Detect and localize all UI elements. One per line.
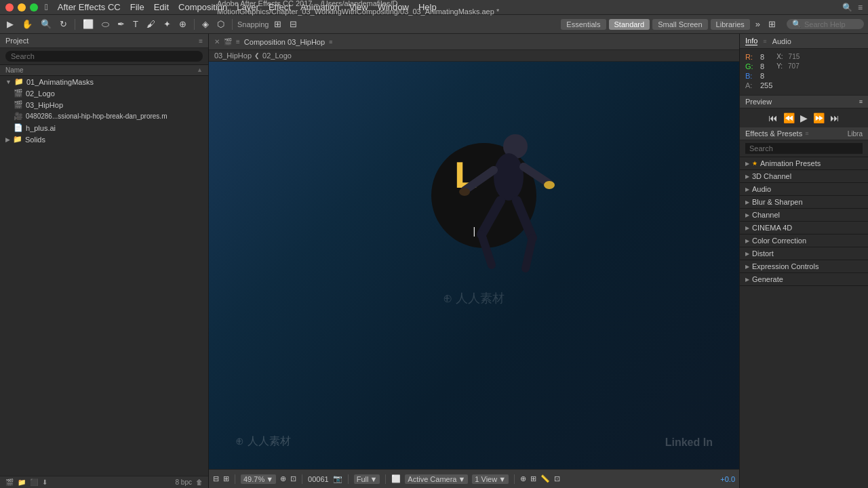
triangle-icon: ▶	[745, 186, 749, 192]
search-help-area: 🔍	[787, 19, 864, 29]
breadcrumb-item2[interactable]: 02_Logo	[262, 52, 292, 60]
tab-audio[interactable]: Audio	[772, 37, 791, 45]
comp-tab-label[interactable]: Composition 03_HipHop	[244, 38, 325, 46]
ws-libraries[interactable]: Libraries	[711, 19, 750, 30]
col-sort[interactable]: ▲	[197, 66, 203, 74]
effect-group-channel[interactable]: ▶ Channel	[740, 209, 868, 221]
new-folder-icon[interactable]: 📁	[18, 479, 26, 486]
effect-group-distort[interactable]: ▶ Distort	[740, 247, 868, 260]
tool-pen[interactable]: ✒	[115, 18, 127, 30]
step-back[interactable]: ⏪	[783, 113, 795, 123]
frame-number: 00061	[308, 475, 329, 483]
close-button[interactable]	[5, 3, 14, 12]
effect-group-animation[interactable]: ▶ ★ Animation Presets	[740, 157, 868, 169]
list-item[interactable]: 🎬 02_Logo	[0, 87, 208, 99]
menu-file[interactable]: File	[130, 2, 144, 12]
list-item[interactable]: ▶ 📁 Solids	[0, 134, 208, 145]
zoom-control[interactable]: 49.7% ▼	[241, 474, 276, 484]
snapping-toggle[interactable]: ⊞	[271, 18, 284, 30]
step-forward[interactable]: ⏩	[813, 113, 825, 123]
effect-group-colorcorrection[interactable]: ▶ Color Correction	[740, 235, 868, 247]
import-icon[interactable]: ⬇	[42, 479, 47, 486]
overlay-icons[interactable]: ⊕	[520, 474, 526, 483]
effects-menu[interactable]: ≡	[805, 130, 808, 137]
tool-shape[interactable]: ⬡	[214, 18, 227, 30]
menu-edit[interactable]: Edit	[154, 2, 169, 12]
effect-group-audio[interactable]: ▶ Audio	[740, 183, 868, 195]
ws-essentials[interactable]: Essentials	[561, 19, 606, 30]
comp-header: ✕ 🎬 ≡ Composition 03_HipHop ≡	[209, 34, 739, 50]
skip-to-start[interactable]: ⏮	[768, 113, 778, 123]
breadcrumb-item1[interactable]: 03_HipHop	[214, 52, 252, 60]
effect-group-blur[interactable]: ▶ Blur & Sharpen	[740, 196, 868, 208]
viewer-reset[interactable]: ⊟	[213, 474, 219, 483]
effect-group: ▶ Audio	[740, 183, 868, 196]
viewer-safe-zones[interactable]: ⊞	[223, 474, 229, 483]
composition-viewer[interactable]: ʟ	[209, 62, 739, 469]
sep4	[385, 474, 386, 484]
menu-aftereffects[interactable]: After Effects CC	[58, 2, 121, 12]
tool-clone[interactable]: ✦	[161, 18, 174, 30]
effects-search-input[interactable]	[745, 143, 863, 154]
project-search-input[interactable]	[5, 51, 203, 62]
new-solid-icon[interactable]: ⬛	[30, 479, 38, 486]
view-options[interactable]: ⊡	[554, 474, 560, 483]
search-icon[interactable]: 🔍	[842, 3, 852, 12]
list-item[interactable]: 🎬 03_HipHop	[0, 99, 208, 110]
list-item[interactable]: 🎥 0480286...ssional-hip-hop-break-dan_pr…	[0, 110, 208, 122]
new-comp-icon[interactable]: 🎬	[5, 479, 14, 486]
tool-rotate[interactable]: ↻	[57, 18, 70, 30]
grid-icon[interactable]: ⊞	[530, 474, 536, 483]
transparency-toggle[interactable]: ⬜	[391, 474, 401, 483]
quality-control[interactable]: Full ▼	[354, 474, 380, 484]
tool-hand[interactable]: ✋	[19, 18, 35, 30]
triangle-icon: ▶	[745, 251, 749, 257]
tool-roto[interactable]: ◈	[199, 18, 212, 30]
preview-menu[interactable]: ≡	[859, 98, 863, 105]
tool-mask-ellipse[interactable]: ⬭	[99, 18, 112, 31]
search-help-input[interactable]	[804, 20, 859, 28]
menu-apple[interactable]: 	[45, 2, 48, 12]
ws-standard[interactable]: Standard	[609, 19, 650, 30]
effect-group-expression[interactable]: ▶ Expression Controls	[740, 260, 868, 272]
tool-puppet[interactable]: ⊕	[176, 18, 189, 30]
library-tab[interactable]: Libra	[848, 130, 863, 138]
tool-text[interactable]: T	[130, 18, 141, 30]
ws-smallscreen[interactable]: Small Screen	[652, 19, 707, 30]
delete-icon[interactable]: 🗑	[196, 479, 203, 486]
snapshot[interactable]: 📷	[333, 474, 342, 483]
star-icon: ★	[752, 160, 757, 167]
list-item[interactable]: 📄 h_plus.ai	[0, 122, 208, 134]
effect-group-cinema4d[interactable]: ▶ CINEMA 4D	[740, 222, 868, 234]
skip-to-end[interactable]: ⏭	[830, 113, 840, 123]
frame-value: 00061	[308, 475, 329, 483]
info-menu[interactable]: ≡	[763, 38, 766, 45]
magnify[interactable]: ⊡	[290, 474, 296, 483]
effect-group-3d[interactable]: ▶ 3D Channel	[740, 170, 868, 182]
ruler-icon[interactable]: 📏	[540, 474, 550, 483]
camera-control[interactable]: Active Camera ▼	[405, 474, 468, 484]
project-files: ▼ 📁 01_AnimatingMasks 🎬 02_Logo 🎬 03_Hip…	[0, 76, 208, 476]
title-bar-icons: 🔍 ≡	[842, 3, 863, 12]
x-label: X:	[776, 53, 783, 61]
tool-mask-rect[interactable]: ⬜	[80, 18, 96, 30]
view-control[interactable]: 1 View ▼	[472, 474, 509, 484]
tab-info[interactable]: Info	[745, 37, 757, 45]
cursor-indicator: |	[473, 226, 484, 239]
align-toggle[interactable]: ⊟	[287, 18, 300, 30]
tool-select[interactable]: ▶	[4, 18, 16, 30]
project-menu[interactable]: ≡	[199, 37, 203, 45]
minimize-button[interactable]	[18, 3, 26, 12]
preview-header: Preview ≡	[740, 96, 868, 108]
tool-zoom[interactable]: 🔍	[38, 18, 54, 30]
play-button[interactable]: ▶	[800, 113, 808, 123]
controls-icon[interactable]: ≡	[858, 3, 863, 12]
project-item-label: 01_AnimatingMasks	[26, 78, 94, 86]
workspace-settings[interactable]: ⊞	[766, 18, 778, 30]
fit-toggle[interactable]: ⊕	[280, 474, 286, 483]
tool-brush[interactable]: 🖌	[144, 18, 158, 30]
maximize-button[interactable]	[30, 3, 38, 12]
list-item[interactable]: ▼ 📁 01_AnimatingMasks	[0, 76, 208, 87]
workspace-more[interactable]: »	[753, 18, 763, 30]
effect-group-generate[interactable]: ▶ Generate	[740, 273, 868, 285]
